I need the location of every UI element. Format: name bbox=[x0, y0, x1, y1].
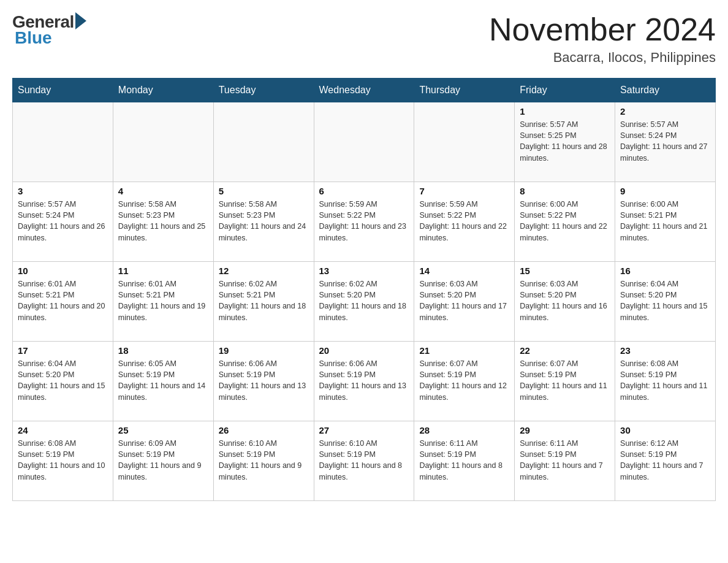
day-info: Sunrise: 6:00 AMSunset: 5:21 PMDaylight:… bbox=[620, 199, 710, 243]
day-number: 23 bbox=[620, 345, 710, 356]
day-number: 26 bbox=[219, 425, 309, 435]
day-number: 8 bbox=[520, 186, 610, 196]
day-number: 15 bbox=[520, 266, 610, 276]
day-number: 27 bbox=[319, 425, 409, 435]
logo-arrow-icon bbox=[75, 12, 86, 29]
day-number: 5 bbox=[219, 186, 309, 196]
weekday-header-thursday: Thursday bbox=[414, 79, 515, 102]
calendar-cell bbox=[414, 102, 515, 182]
day-number: 12 bbox=[219, 266, 309, 276]
weekday-header-friday: Friday bbox=[515, 79, 615, 102]
week-row-3: 10Sunrise: 6:01 AMSunset: 5:21 PMDayligh… bbox=[13, 262, 716, 342]
day-info: Sunrise: 6:03 AMSunset: 5:20 PMDaylight:… bbox=[419, 278, 509, 323]
calendar-cell: 9Sunrise: 6:00 AMSunset: 5:21 PMDaylight… bbox=[615, 182, 716, 262]
day-number: 2 bbox=[620, 106, 710, 117]
week-row-5: 24Sunrise: 6:08 AMSunset: 5:19 PMDayligh… bbox=[13, 421, 716, 501]
calendar-cell: 26Sunrise: 6:10 AMSunset: 5:19 PMDayligh… bbox=[213, 421, 314, 501]
day-info: Sunrise: 6:07 AMSunset: 5:19 PMDaylight:… bbox=[419, 358, 509, 403]
calendar-cell: 29Sunrise: 6:11 AMSunset: 5:19 PMDayligh… bbox=[515, 421, 615, 501]
day-number: 14 bbox=[419, 266, 509, 276]
day-number: 4 bbox=[118, 186, 208, 196]
calendar-cell bbox=[13, 102, 113, 182]
calendar-cell: 3Sunrise: 5:57 AMSunset: 5:24 PMDaylight… bbox=[13, 182, 113, 262]
weekday-header-sunday: Sunday bbox=[13, 79, 113, 102]
weekday-header-tuesday: Tuesday bbox=[213, 79, 314, 102]
day-info: Sunrise: 6:04 AMSunset: 5:20 PMDaylight:… bbox=[18, 358, 108, 403]
title-section: November 2024 Bacarra, Ilocos, Philippin… bbox=[489, 12, 716, 66]
day-info: Sunrise: 6:01 AMSunset: 5:21 PMDaylight:… bbox=[18, 278, 108, 323]
day-number: 19 bbox=[219, 345, 309, 356]
day-info: Sunrise: 6:11 AMSunset: 5:19 PMDaylight:… bbox=[520, 438, 610, 483]
day-info: Sunrise: 5:57 AMSunset: 5:25 PMDaylight:… bbox=[520, 119, 610, 164]
weekday-header-saturday: Saturday bbox=[615, 79, 716, 102]
day-number: 22 bbox=[520, 345, 610, 356]
day-number: 18 bbox=[118, 345, 208, 356]
calendar-cell: 4Sunrise: 5:58 AMSunset: 5:23 PMDaylight… bbox=[113, 182, 213, 262]
day-info: Sunrise: 5:59 AMSunset: 5:22 PMDaylight:… bbox=[419, 199, 509, 243]
day-number: 20 bbox=[319, 345, 409, 356]
day-info: Sunrise: 6:06 AMSunset: 5:19 PMDaylight:… bbox=[219, 358, 309, 403]
logo-blue-text: Blue bbox=[15, 28, 52, 48]
day-info: Sunrise: 5:57 AMSunset: 5:24 PMDaylight:… bbox=[18, 199, 108, 243]
calendar-cell: 24Sunrise: 6:08 AMSunset: 5:19 PMDayligh… bbox=[13, 421, 113, 501]
calendar-subtitle: Bacarra, Ilocos, Philippines bbox=[489, 50, 716, 66]
calendar-cell: 1Sunrise: 5:57 AMSunset: 5:25 PMDaylight… bbox=[515, 102, 615, 182]
calendar-cell: 2Sunrise: 5:57 AMSunset: 5:24 PMDaylight… bbox=[615, 102, 716, 182]
day-info: Sunrise: 5:57 AMSunset: 5:24 PMDaylight:… bbox=[620, 119, 710, 164]
day-info: Sunrise: 5:59 AMSunset: 5:22 PMDaylight:… bbox=[319, 199, 409, 243]
calendar-cell: 30Sunrise: 6:12 AMSunset: 5:19 PMDayligh… bbox=[615, 421, 716, 501]
day-number: 30 bbox=[620, 425, 710, 435]
calendar-cell: 6Sunrise: 5:59 AMSunset: 5:22 PMDaylight… bbox=[314, 182, 414, 262]
day-number: 29 bbox=[520, 425, 610, 435]
day-info: Sunrise: 6:09 AMSunset: 5:19 PMDaylight:… bbox=[118, 438, 208, 483]
day-info: Sunrise: 6:08 AMSunset: 5:19 PMDaylight:… bbox=[620, 358, 710, 403]
calendar-cell: 20Sunrise: 6:06 AMSunset: 5:19 PMDayligh… bbox=[314, 342, 414, 421]
calendar-cell: 21Sunrise: 6:07 AMSunset: 5:19 PMDayligh… bbox=[414, 342, 515, 421]
calendar-cell: 16Sunrise: 6:04 AMSunset: 5:20 PMDayligh… bbox=[615, 262, 716, 342]
page-header: General Blue November 2024 Bacarra, Iloc… bbox=[12, 12, 716, 66]
calendar-cell: 27Sunrise: 6:10 AMSunset: 5:19 PMDayligh… bbox=[314, 421, 414, 501]
day-number: 25 bbox=[118, 425, 208, 435]
calendar-cell: 5Sunrise: 5:58 AMSunset: 5:23 PMDaylight… bbox=[213, 182, 314, 262]
day-info: Sunrise: 6:08 AMSunset: 5:19 PMDaylight:… bbox=[18, 438, 108, 483]
day-number: 3 bbox=[18, 186, 108, 196]
day-number: 28 bbox=[419, 425, 509, 435]
calendar-cell: 17Sunrise: 6:04 AMSunset: 5:20 PMDayligh… bbox=[13, 342, 113, 421]
day-number: 16 bbox=[620, 266, 710, 276]
day-info: Sunrise: 6:11 AMSunset: 5:19 PMDaylight:… bbox=[419, 438, 509, 483]
calendar-cell: 11Sunrise: 6:01 AMSunset: 5:21 PMDayligh… bbox=[113, 262, 213, 342]
day-info: Sunrise: 6:07 AMSunset: 5:19 PMDaylight:… bbox=[520, 358, 610, 403]
logo: General Blue bbox=[12, 12, 86, 48]
calendar-cell: 10Sunrise: 6:01 AMSunset: 5:21 PMDayligh… bbox=[13, 262, 113, 342]
calendar-cell: 8Sunrise: 6:00 AMSunset: 5:22 PMDaylight… bbox=[515, 182, 615, 262]
day-info: Sunrise: 6:00 AMSunset: 5:22 PMDaylight:… bbox=[520, 199, 610, 243]
calendar-cell bbox=[113, 102, 213, 182]
day-number: 10 bbox=[18, 266, 108, 276]
day-number: 17 bbox=[18, 345, 108, 356]
calendar-cell: 25Sunrise: 6:09 AMSunset: 5:19 PMDayligh… bbox=[113, 421, 213, 501]
calendar-cell: 12Sunrise: 6:02 AMSunset: 5:21 PMDayligh… bbox=[213, 262, 314, 342]
day-number: 7 bbox=[419, 186, 509, 196]
calendar-cell: 7Sunrise: 5:59 AMSunset: 5:22 PMDaylight… bbox=[414, 182, 515, 262]
day-number: 13 bbox=[319, 266, 409, 276]
week-row-1: 1Sunrise: 5:57 AMSunset: 5:25 PMDaylight… bbox=[13, 102, 716, 182]
weekday-header-row: SundayMondayTuesdayWednesdayThursdayFrid… bbox=[13, 79, 716, 102]
day-number: 6 bbox=[319, 186, 409, 196]
day-info: Sunrise: 5:58 AMSunset: 5:23 PMDaylight:… bbox=[219, 199, 309, 243]
day-info: Sunrise: 6:05 AMSunset: 5:19 PMDaylight:… bbox=[118, 358, 208, 403]
calendar-title: November 2024 bbox=[489, 12, 716, 47]
weekday-header-monday: Monday bbox=[113, 79, 213, 102]
calendar-table: SundayMondayTuesdayWednesdayThursdayFrid… bbox=[12, 78, 716, 501]
day-number: 1 bbox=[520, 106, 610, 117]
calendar-cell: 14Sunrise: 6:03 AMSunset: 5:20 PMDayligh… bbox=[414, 262, 515, 342]
calendar-cell: 28Sunrise: 6:11 AMSunset: 5:19 PMDayligh… bbox=[414, 421, 515, 501]
calendar-cell bbox=[213, 102, 314, 182]
day-number: 11 bbox=[118, 266, 208, 276]
calendar-cell bbox=[314, 102, 414, 182]
calendar-cell: 22Sunrise: 6:07 AMSunset: 5:19 PMDayligh… bbox=[515, 342, 615, 421]
calendar-cell: 15Sunrise: 6:03 AMSunset: 5:20 PMDayligh… bbox=[515, 262, 615, 342]
calendar-cell: 18Sunrise: 6:05 AMSunset: 5:19 PMDayligh… bbox=[113, 342, 213, 421]
day-info: Sunrise: 5:58 AMSunset: 5:23 PMDaylight:… bbox=[118, 199, 208, 243]
day-number: 21 bbox=[419, 345, 509, 356]
day-info: Sunrise: 6:01 AMSunset: 5:21 PMDaylight:… bbox=[118, 278, 208, 323]
